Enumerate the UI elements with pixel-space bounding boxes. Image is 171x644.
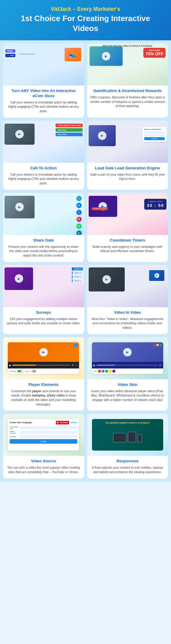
color-dot-green[interactable] [159, 344, 162, 346]
card-videoinvideo: ▶ ▶ Video In Video Next-Gen "Video in Vi… [87, 265, 168, 334]
card-sharegate-image: ▶ t m f in w li [3, 193, 84, 235]
card-leadgate-title: Lead Gate Lead Generation Engine [95, 166, 160, 171]
card-videoskin-image: ▶ ▶ 🔊 Skin: [87, 337, 168, 379]
card-videoinvideo-image: ▶ ▶ [87, 265, 168, 307]
play-button: ▶ [39, 348, 48, 356]
product-image: 👟 [65, 48, 81, 61]
messenger-icon[interactable]: m [76, 203, 82, 208]
palette-yellow[interactable] [109, 370, 112, 373]
volume-icon[interactable]: 🔊 [72, 364, 74, 366]
card-surveys-desc: 10X your engagement by adding multiple-c… [3, 317, 84, 325]
play-button: ▶ [15, 130, 24, 138]
linkedin-icon[interactable]: li [76, 230, 82, 235]
responsive-devices [113, 432, 142, 442]
color-dot-red[interactable] [153, 344, 156, 346]
source-field-media[interactable] [20, 431, 77, 434]
countdown-label: COMING SOON [147, 201, 164, 202]
card-ecom: stripe PayPal 👟 Turn ANY Video Into An I… [3, 43, 84, 118]
instagram-icon[interactable]: in [76, 217, 82, 222]
cta-btn-action: Click Here [56, 128, 82, 132]
volume-icon[interactable]: 🔊 [159, 364, 162, 366]
card-gamify: Watch The Video For 2 Mins To Unlock A '… [87, 43, 168, 118]
play-button-overlay: ▶ [154, 273, 159, 278]
whatsapp-icon[interactable]: w [76, 223, 82, 229]
survey-option-3[interactable]: Option C [72, 275, 83, 278]
card-leadgate: ▶ Become a Subscriber SUBMIT Lead Gate L… [87, 121, 168, 190]
gamify-video-thumb: ▶ [90, 46, 123, 66]
source-label-media: Media Upload [10, 430, 19, 434]
page-header: VidJack – Every Marketer's 1st Choice Fo… [0, 0, 171, 40]
card-surveys-image: ▶ Option A Option B Option C Option D [3, 265, 84, 307]
videoskin-mockup: ▶ ▶ 🔊 Skin: [92, 342, 163, 374]
source-field-url[interactable] [20, 435, 77, 438]
coming-soon-badge: COMING SOON [92, 207, 108, 210]
videoskin-controls: ▶ 🔊 [92, 362, 163, 368]
color-dot-yellow[interactable] [156, 344, 159, 346]
fullscreen-icon[interactable]: ⛶ [75, 364, 78, 366]
cta-btn-learn: Learn More [56, 133, 82, 136]
card-surveys-title: Surveys [36, 310, 51, 315]
card-cta-image: ▶ CLICK HERE TO BUY NOW Click Here Learn… [3, 121, 84, 163]
videosource-mockup: Create New Campaign ▶ YouTube vimeo Camp… [8, 419, 79, 451]
card-videoinvideo-desc: Next-Gen "Video in Video". Maximize enga… [87, 317, 168, 330]
color-dots [153, 344, 162, 346]
ecom-logos: stripe PayPal [5, 49, 15, 57]
leadgate-video-thumb: ▶ [89, 125, 116, 146]
card-responsive-image: Top Quality Digital Products to Explore [87, 414, 168, 456]
sticky-toggle[interactable] [31, 370, 36, 372]
subscribe-title: Become a Subscriber [144, 128, 165, 130]
subscribe-submit[interactable]: SUBMIT [144, 137, 165, 140]
card-videoskin-title: Video Skin [118, 382, 137, 387]
discount-badge: DISCOUNT 75% OFF [143, 48, 166, 58]
source-label-title: Campaign Title [10, 426, 19, 430]
play-control-icon[interactable]: ▶ [93, 364, 95, 367]
card-responsive: Top Quality Digital Products to Explore … [87, 414, 168, 478]
palette-green[interactable] [105, 370, 108, 373]
source-header: Create New Campaign ▶ YouTube vimeo [10, 421, 77, 424]
create-campaign-label: Create New Campaign [10, 421, 32, 424]
twitter-icon[interactable]: t [76, 196, 82, 201]
play-button: ▶ [102, 52, 110, 60]
skin-label: Skin: [93, 370, 97, 372]
card-videoskin: ▶ ▶ 🔊 Skin: [87, 337, 168, 411]
player-controls: ▶ 🔊 ⛶ [8, 362, 79, 368]
play-button: ▶ [102, 275, 111, 284]
autoplay-toggle[interactable] [17, 370, 23, 372]
card-cta-title: Call-To-Action [30, 166, 57, 171]
subscribe-box: Become a Subscriber SUBMIT [142, 127, 166, 142]
skin-palette: Skin: [92, 368, 163, 374]
progress-bar[interactable] [12, 365, 70, 366]
countdown-video-thumb: ▶ COMING SOON [89, 196, 117, 217]
create-button[interactable]: Create [10, 439, 77, 444]
cta-btn-click: CLICK HERE TO BUY NOW [56, 124, 82, 127]
viv-main-video: ▶ [89, 267, 125, 291]
countdown-timer: COMING SOON 30 : 50 [144, 199, 166, 210]
card-cta-desc: Call your viewers to immediate action by… [3, 172, 84, 186]
social-icons: t m f in w li [76, 196, 82, 235]
card-countdown: ▶ COMING SOON COMING SOON 30 : 50 Countd… [87, 193, 168, 262]
facebook-icon[interactable]: f [76, 210, 82, 215]
card-surveys: ▶ Option A Option B Option C Option D Su… [3, 265, 84, 334]
palette-purple[interactable] [112, 370, 115, 373]
card-videosource-title: Video Source [31, 459, 56, 464]
palette-red[interactable] [98, 370, 101, 373]
card-sharegate-title: Share Gate [33, 238, 54, 243]
player-mockup: ▶ ⚙ ▶ 🔊 ⛶ Autoplay Sticky [8, 342, 79, 374]
skin-progress-bar[interactable] [96, 365, 158, 366]
youtube-badge: ▶ YouTube [56, 421, 69, 424]
source-field-title[interactable] [20, 426, 77, 429]
source-label-yt: Youtube [10, 436, 19, 437]
survey-option-4[interactable]: Option D [72, 279, 83, 282]
card-videoinvideo-title: Video In Video [114, 310, 141, 315]
source-row-youtube: Youtube [10, 435, 77, 438]
cta-video-thumb: ▶ [5, 124, 35, 145]
play-button: ▶ [15, 274, 23, 283]
card-countdown-image: ▶ COMING SOON COMING SOON 30 : 50 [87, 193, 168, 235]
features-grid: stripe PayPal 👟 Turn ANY Video Into An I… [0, 40, 171, 482]
play-control-icon[interactable]: ▶ [9, 364, 11, 367]
autoplay-label: Autoplay [9, 370, 16, 372]
palette-blue[interactable] [102, 370, 105, 373]
card-playerelements-desc: Customize the player and controls to sui… [3, 389, 84, 407]
survey-option-2[interactable]: Option B [72, 271, 83, 274]
survey-option-1[interactable]: Option A [72, 267, 83, 270]
